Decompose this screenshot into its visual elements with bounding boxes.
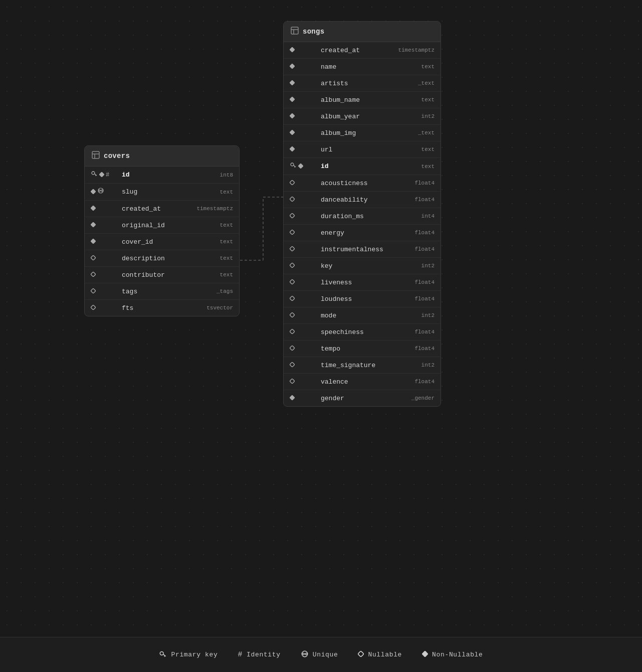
svg-rect-29 [290,113,295,118]
field-type: timestamptz [193,206,233,212]
table-row: danceability float4 [284,192,441,208]
field-name: cover_id [122,238,190,246]
field-type: float4 [394,180,435,186]
row-icons [290,179,318,188]
field-name: instrumentalness [321,246,391,253]
table-row: description text [85,250,239,267]
unique-icon [97,187,104,197]
row-icons [290,128,318,137]
field-name: mode [321,312,391,319]
svg-rect-3 [92,151,99,158]
svg-rect-49 [290,395,295,400]
field-name: created_at [122,205,190,213]
svg-rect-45 [290,329,295,334]
legend-primary-key-label: Primary key [171,651,218,658]
field-name: gender [321,395,391,402]
svg-rect-58 [422,651,428,657]
field-name: loudness [321,295,391,303]
field-name: speechiness [321,328,391,336]
svg-rect-42 [290,279,295,284]
field-name: artists [321,80,391,87]
row-icons [290,228,318,237]
svg-rect-38 [290,213,295,218]
field-name: fts [122,304,190,312]
svg-rect-57 [358,651,364,657]
row-icons [91,204,119,213]
covers-table-title: covers [104,152,130,160]
diamond-outline-icon [290,327,295,337]
row-icons [91,187,119,197]
table-row: # id int8 [85,166,239,184]
svg-rect-31 [290,146,295,151]
svg-rect-46 [290,346,295,351]
diamond-outline-icon [290,228,295,237]
svg-rect-48 [290,379,295,384]
field-name: contributor [122,271,190,279]
field-name: slug [122,188,190,196]
table-row: album_img _text [284,125,441,141]
table-row: valence float4 [284,374,441,390]
diamond-filled-icon [290,112,295,121]
legend-non-nullable-label: Non-Nullable [432,651,483,658]
legend-identity: # Identity [238,650,280,659]
row-icons [290,344,318,353]
svg-point-13 [101,190,103,192]
svg-point-32 [291,163,294,166]
row-icons [290,261,318,270]
svg-rect-43 [290,296,295,301]
row-icons [290,245,318,254]
legend-unique: Unique [301,650,338,660]
svg-rect-21 [91,305,96,310]
row-icons [290,394,318,403]
legend-identity-label: Identity [247,651,281,658]
svg-rect-9 [99,172,104,177]
table-row: cover_id text [85,234,239,250]
row-icons [290,278,318,287]
svg-rect-26 [290,64,295,69]
diamond-filled-icon [290,46,295,55]
songs-table-title: songs [303,28,324,36]
table-row: created_at timestamptz [284,42,441,59]
field-name: liveness [321,279,391,286]
table-row: duration_ms int4 [284,208,441,225]
svg-rect-44 [290,312,295,317]
key-icon [91,170,98,180]
row-icons [290,46,318,55]
legend-primary-key: Primary key [159,650,218,660]
field-type: text [193,272,233,278]
table-row: energy float4 [284,225,441,241]
diamond-filled-icon [290,145,295,154]
svg-point-55 [305,653,307,654]
svg-rect-37 [290,197,295,202]
field-name: tempo [321,345,391,353]
table-row: id text [284,158,441,175]
diamond-outline-icon [91,287,96,296]
legend-nullable-label: Nullable [368,651,402,658]
field-name: energy [321,229,391,237]
svg-rect-22 [291,27,298,34]
svg-rect-41 [290,263,295,268]
field-name: album_img [321,129,391,137]
field-type: float4 [394,346,435,352]
canvas: covers # id int8 [0,0,642,672]
row-icons [91,237,119,246]
diamond-filled-icon [290,62,295,71]
legend-key-icon [159,650,167,660]
legend-diamond-filled-icon [422,651,428,659]
legend-diamond-outline-icon [358,651,364,659]
table-row: slug text [85,184,239,201]
covers-table-header: covers [85,146,239,166]
table-row: gender _gender [284,390,441,406]
row-icons [290,195,318,204]
svg-point-50 [160,651,164,655]
field-name: tags [122,288,190,295]
row-icons [290,79,318,88]
diamond-outline-icon [290,212,295,221]
diamond-outline-icon [290,294,295,303]
legend-bar: Primary key # Identity Unique [0,637,642,672]
field-type: text [394,163,435,170]
svg-rect-28 [290,97,295,102]
diamond-filled-icon [91,188,96,197]
table-row: url text [284,141,441,158]
field-name: album_year [321,113,391,120]
